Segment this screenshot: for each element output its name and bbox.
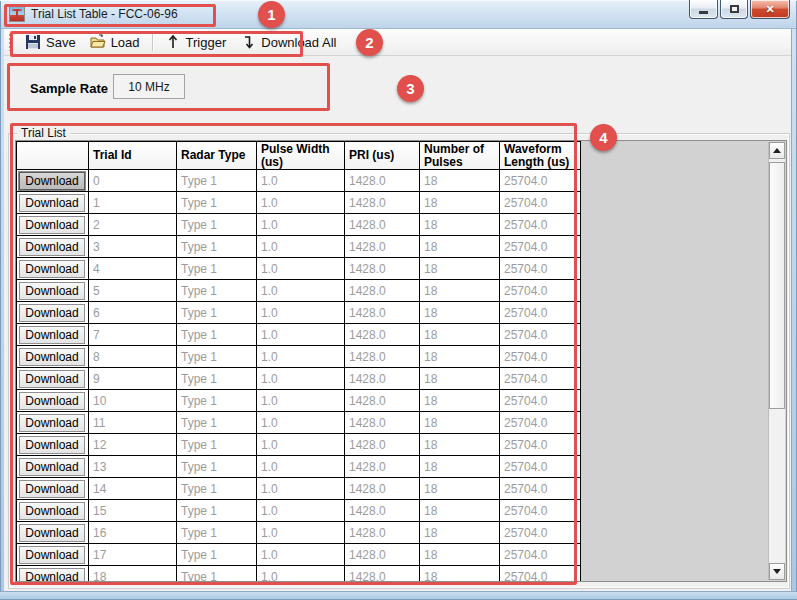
cell-pri-us[interactable]: 1428.0 — [345, 566, 420, 583]
cell-pulse-width-us[interactable]: 1.0 — [257, 390, 345, 412]
cell-number-of-pulses[interactable]: 18 — [420, 236, 500, 258]
cell-trial-id[interactable]: 3 — [89, 236, 177, 258]
download-button[interactable]: Download — [19, 282, 85, 300]
cell-waveform-length-us[interactable]: 25704.0 — [500, 522, 581, 544]
download-button[interactable]: Download — [19, 348, 85, 366]
cell-radar-type[interactable]: Type 1 — [177, 214, 257, 236]
cell-number-of-pulses[interactable]: 18 — [420, 434, 500, 456]
cell-pulse-width-us[interactable]: 1.0 — [257, 412, 345, 434]
cell-radar-type[interactable]: Type 1 — [177, 434, 257, 456]
cell-pulse-width-us[interactable]: 1.0 — [257, 522, 345, 544]
cell-pulse-width-us[interactable]: 1.0 — [257, 280, 345, 302]
cell-trial-id[interactable]: 11 — [89, 412, 177, 434]
cell-waveform-length-us[interactable]: 25704.0 — [500, 412, 581, 434]
cell-trial-id[interactable]: 14 — [89, 478, 177, 500]
cell-radar-type[interactable]: Type 1 — [177, 324, 257, 346]
cell-trial-id[interactable]: 0 — [89, 170, 177, 192]
cell-radar-type[interactable]: Type 1 — [177, 478, 257, 500]
download-button[interactable]: Download — [19, 370, 85, 388]
download-button[interactable]: Download — [19, 458, 85, 476]
cell-trial-id[interactable]: 2 — [89, 214, 177, 236]
download-button[interactable]: Download — [19, 436, 85, 454]
cell-radar-type[interactable]: Type 1 — [177, 346, 257, 368]
column-header-pulse-width-us[interactable]: Pulse Width (us) — [257, 142, 345, 170]
cell-number-of-pulses[interactable]: 18 — [420, 412, 500, 434]
cell-pri-us[interactable]: 1428.0 — [345, 280, 420, 302]
cell-number-of-pulses[interactable]: 18 — [420, 324, 500, 346]
download-button[interactable]: Download — [19, 392, 85, 410]
cell-waveform-length-us[interactable]: 25704.0 — [500, 456, 581, 478]
cell-pulse-width-us[interactable]: 1.0 — [257, 346, 345, 368]
cell-pri-us[interactable]: 1428.0 — [345, 500, 420, 522]
cell-trial-id[interactable]: 12 — [89, 434, 177, 456]
cell-pri-us[interactable]: 1428.0 — [345, 456, 420, 478]
cell-pulse-width-us[interactable]: 1.0 — [257, 324, 345, 346]
column-header-pri-us[interactable]: PRI (us) — [345, 142, 420, 170]
cell-number-of-pulses[interactable]: 18 — [420, 346, 500, 368]
scrollbar-up-button[interactable] — [769, 142, 785, 159]
cell-pulse-width-us[interactable]: 1.0 — [257, 302, 345, 324]
download-button[interactable]: Download — [19, 568, 85, 583]
download-button[interactable]: Download — [19, 260, 85, 278]
cell-waveform-length-us[interactable]: 25704.0 — [500, 390, 581, 412]
cell-pri-us[interactable]: 1428.0 — [345, 368, 420, 390]
download-button[interactable]: Download — [19, 238, 85, 256]
download-button[interactable]: Download — [19, 216, 85, 234]
cell-pri-us[interactable]: 1428.0 — [345, 412, 420, 434]
cell-trial-id[interactable]: 4 — [89, 258, 177, 280]
cell-waveform-length-us[interactable]: 25704.0 — [500, 324, 581, 346]
download-button[interactable]: Download — [19, 194, 85, 212]
cell-pulse-width-us[interactable]: 1.0 — [257, 368, 345, 390]
cell-pri-us[interactable]: 1428.0 — [345, 170, 420, 192]
cell-waveform-length-us[interactable]: 25704.0 — [500, 170, 581, 192]
cell-trial-id[interactable]: 1 — [89, 192, 177, 214]
cell-number-of-pulses[interactable]: 18 — [420, 390, 500, 412]
cell-number-of-pulses[interactable]: 18 — [420, 456, 500, 478]
cell-pri-us[interactable]: 1428.0 — [345, 522, 420, 544]
cell-number-of-pulses[interactable]: 18 — [420, 500, 500, 522]
cell-pri-us[interactable]: 1428.0 — [345, 258, 420, 280]
cell-radar-type[interactable]: Type 1 — [177, 302, 257, 324]
cell-pulse-width-us[interactable]: 1.0 — [257, 500, 345, 522]
column-header-waveform-length-us[interactable]: Waveform Length (us) — [500, 142, 581, 170]
cell-number-of-pulses[interactable]: 18 — [420, 258, 500, 280]
toolbar-grip[interactable] — [9, 33, 12, 51]
cell-number-of-pulses[interactable]: 18 — [420, 522, 500, 544]
cell-radar-type[interactable]: Type 1 — [177, 456, 257, 478]
minimize-button[interactable] — [689, 0, 718, 19]
column-header-trial-id[interactable]: Trial Id — [89, 142, 177, 170]
cell-radar-type[interactable]: Type 1 — [177, 192, 257, 214]
cell-waveform-length-us[interactable]: 25704.0 — [500, 478, 581, 500]
cell-pri-us[interactable]: 1428.0 — [345, 478, 420, 500]
cell-trial-id[interactable]: 10 — [89, 390, 177, 412]
cell-waveform-length-us[interactable]: 25704.0 — [500, 346, 581, 368]
cell-number-of-pulses[interactable]: 18 — [420, 566, 500, 583]
vertical-scrollbar[interactable] — [768, 142, 785, 580]
column-header-number-of-pulses[interactable]: Number of Pulses — [420, 142, 500, 170]
cell-radar-type[interactable]: Type 1 — [177, 368, 257, 390]
cell-waveform-length-us[interactable]: 25704.0 — [500, 302, 581, 324]
cell-waveform-length-us[interactable]: 25704.0 — [500, 500, 581, 522]
cell-pulse-width-us[interactable]: 1.0 — [257, 192, 345, 214]
cell-pri-us[interactable]: 1428.0 — [345, 192, 420, 214]
cell-pulse-width-us[interactable]: 1.0 — [257, 214, 345, 236]
cell-waveform-length-us[interactable]: 25704.0 — [500, 544, 581, 566]
cell-waveform-length-us[interactable]: 25704.0 — [500, 192, 581, 214]
cell-pri-us[interactable]: 1428.0 — [345, 302, 420, 324]
download-button[interactable]: Download — [19, 172, 85, 190]
cell-waveform-length-us[interactable]: 25704.0 — [500, 566, 581, 583]
cell-number-of-pulses[interactable]: 18 — [420, 192, 500, 214]
cell-radar-type[interactable]: Type 1 — [177, 280, 257, 302]
download-button[interactable]: Download — [19, 546, 85, 564]
cell-pulse-width-us[interactable]: 1.0 — [257, 566, 345, 583]
cell-number-of-pulses[interactable]: 18 — [420, 478, 500, 500]
download-all-button[interactable]: Download All — [233, 30, 343, 54]
cell-trial-id[interactable]: 17 — [89, 544, 177, 566]
cell-pulse-width-us[interactable]: 1.0 — [257, 544, 345, 566]
cell-number-of-pulses[interactable]: 18 — [420, 368, 500, 390]
cell-trial-id[interactable]: 7 — [89, 324, 177, 346]
download-button[interactable]: Download — [19, 524, 85, 542]
cell-waveform-length-us[interactable]: 25704.0 — [500, 434, 581, 456]
cell-pri-us[interactable]: 1428.0 — [345, 214, 420, 236]
cell-pulse-width-us[interactable]: 1.0 — [257, 236, 345, 258]
